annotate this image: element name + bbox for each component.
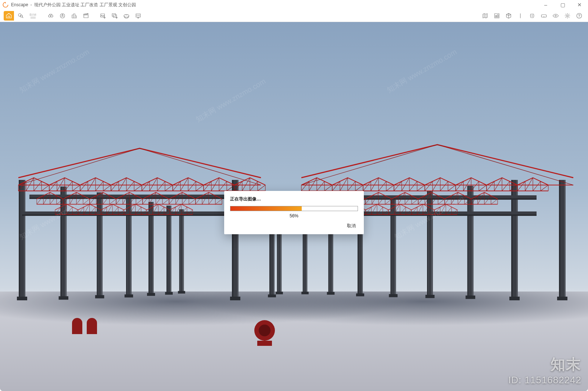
progress-percent: 56% <box>230 213 358 218</box>
window-minimize-button[interactable]: – <box>537 0 554 10</box>
render-viewport[interactable]: 知末网 www.znzmo.com 知末网 www.znzmo.com 知末网 … <box>0 22 588 391</box>
export-batch-icon[interactable] <box>110 11 120 21</box>
dialog-title: 正在导出图像… <box>230 196 358 202</box>
svg-rect-28 <box>72 323 82 334</box>
progress-bar-fill <box>230 206 302 211</box>
site-brand-overlay: 知末 ID: 1151682242 <box>508 354 581 386</box>
svg-rect-5 <box>84 15 88 18</box>
svg-rect-7 <box>112 14 115 17</box>
svg-point-20 <box>579 17 580 18</box>
export-progress-dialog: 正在导出图像… 56% 取消 <box>224 191 364 234</box>
export-image-icon[interactable] <box>98 11 108 21</box>
svg-point-18 <box>567 15 569 17</box>
title-separator: - <box>31 2 32 7</box>
app-name: Enscape <box>11 2 28 7</box>
vr-icon[interactable] <box>539 11 549 21</box>
bim-icon[interactable]: BIM <box>27 11 39 21</box>
app-logo-icon <box>2 1 9 8</box>
eye-icon[interactable] <box>551 11 561 21</box>
toolbar: BIM360EXE ▿ <box>0 10 588 22</box>
svg-rect-14 <box>495 15 496 17</box>
clapper-icon[interactable] <box>81 11 91 21</box>
titlebar: Enscape - 现代户外公园 工业遗址 工厂改造 工厂景观 文创公园 – ▢… <box>0 0 588 10</box>
map-icon[interactable] <box>480 11 490 21</box>
cancel-button[interactable]: 取消 <box>345 221 358 231</box>
pano-icon[interactable]: 360 <box>121 11 132 21</box>
binoculars-icon[interactable] <box>46 11 56 21</box>
compass-icon[interactable] <box>57 11 68 21</box>
search-scene-icon[interactable] <box>15 11 26 21</box>
home-icon[interactable] <box>4 11 14 21</box>
document-title: 现代户外公园 工业遗址 工厂改造 工厂景观 文创公园 <box>34 2 136 8</box>
svg-text:360: 360 <box>125 14 128 15</box>
cube-icon[interactable] <box>503 11 514 21</box>
city-icon[interactable] <box>69 11 79 21</box>
progress-bar <box>230 206 358 211</box>
settings-icon[interactable] <box>562 11 573 21</box>
brand-id: ID: 1151682242 <box>508 374 581 386</box>
exe-export-icon[interactable]: EXE <box>133 11 143 21</box>
window-maximize-button[interactable]: ▢ <box>554 0 571 10</box>
svg-rect-30 <box>87 323 97 334</box>
asset-lib-icon[interactable] <box>492 11 502 21</box>
divider-icon[interactable] <box>515 11 526 21</box>
svg-rect-33 <box>257 341 272 346</box>
window-close-button[interactable]: ✕ <box>571 0 588 10</box>
help-icon[interactable] <box>574 11 584 21</box>
brand-name: 知末 <box>508 354 581 374</box>
svg-point-3 <box>51 15 53 17</box>
svg-rect-15 <box>497 15 498 17</box>
svg-point-17 <box>555 15 556 17</box>
svg-text:EXE: EXE <box>136 14 140 16</box>
svg-point-2 <box>49 15 51 17</box>
mirror-icon[interactable] <box>527 11 537 21</box>
svg-rect-8 <box>113 15 116 18</box>
svg-point-32 <box>259 325 270 336</box>
